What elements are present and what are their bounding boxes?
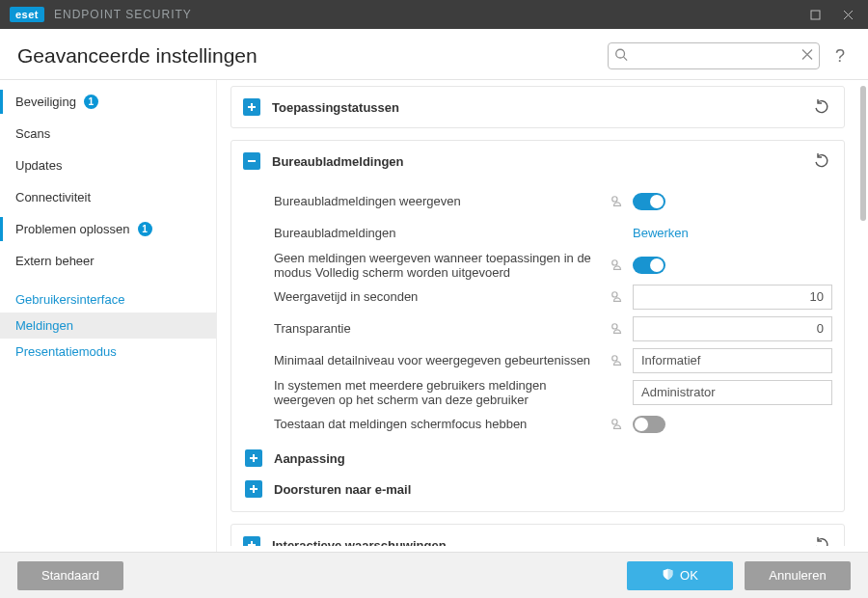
shield-icon xyxy=(662,568,674,584)
row-label: Geen meldingen weergeven wanneer toepass… xyxy=(274,251,602,280)
multiuser-input[interactable] xyxy=(633,380,832,405)
row-show-notifications: Bureaubladmeldingen weergeven xyxy=(274,185,832,217)
ok-button[interactable]: OK xyxy=(627,561,733,590)
panel-title: Interactieve waarschuwingen xyxy=(272,538,447,547)
revert-icon[interactable] xyxy=(811,96,832,118)
edit-link[interactable]: Bewerken xyxy=(633,226,689,240)
row-config-notifications: Bureaubladmeldingen Bewerken xyxy=(274,217,832,249)
collapse-icon xyxy=(243,152,260,170)
verbosity-select[interactable] xyxy=(633,348,832,373)
panel-title: Bureaubladmeldingen xyxy=(272,154,404,169)
policy-icon xyxy=(610,290,625,304)
clear-search-icon[interactable] xyxy=(801,49,813,64)
row-focus: Toestaan dat meldingen schermfocus hebbe… xyxy=(274,408,832,440)
default-button[interactable]: Standaard xyxy=(17,561,123,590)
sidebar-item-security[interactable]: Beveiliging 1 xyxy=(0,86,216,118)
row-fullscreen-suppress: Geen meldingen weergeven wanneer toepass… xyxy=(274,249,832,281)
help-button[interactable]: ? xyxy=(829,46,851,67)
sidebar-item-badge: 1 xyxy=(84,95,98,109)
duration-input[interactable] xyxy=(633,285,832,310)
panel-body-desktop: Bureaubladmeldingen weergeven Bureaublad… xyxy=(231,181,844,511)
panel-interactive-alerts: Interactieve waarschuwingen xyxy=(231,524,845,546)
expand-icon xyxy=(243,98,260,116)
row-label: In systemen met meerdere gebruikers meld… xyxy=(274,378,602,407)
panel-desktop-notifications: Bureaubladmeldingen Bureaubladmeldingen … xyxy=(231,140,845,512)
svg-point-3 xyxy=(612,259,617,264)
svg-point-2 xyxy=(612,196,617,201)
panel-app-statuses: Toepassingstatussen xyxy=(231,86,845,128)
policy-icon xyxy=(610,418,625,431)
product-name: ENDPOINT SECURITY xyxy=(54,8,192,21)
expand-icon xyxy=(243,536,260,546)
sidebar-item-label: Updates xyxy=(15,158,62,173)
row-duration: Weergavetijd in seconden xyxy=(274,281,832,313)
header: Geavanceerde instellingen ? xyxy=(0,29,868,79)
page-title: Geavanceerde instellingen xyxy=(17,44,258,68)
sidebar-item-label: Beveiliging xyxy=(15,95,76,109)
sidebar-item-remote-mgmt[interactable]: Extern beheer xyxy=(0,245,216,277)
revert-icon[interactable] xyxy=(811,150,832,172)
search-wrap xyxy=(608,42,820,69)
sidebar-item-troubleshoot[interactable]: Problemen oplossen 1 xyxy=(0,213,216,245)
sidebar-item-scans[interactable]: Scans xyxy=(0,118,216,150)
row-label: Transparantie xyxy=(274,321,602,336)
row-label: Toestaan dat meldingen schermfocus hebbe… xyxy=(274,417,602,431)
ok-label: OK xyxy=(680,568,698,583)
title-bar: eset ENDPOINT SECURITY xyxy=(0,0,868,29)
transparency-input[interactable] xyxy=(633,316,832,341)
sidebar-item-label: Extern beheer xyxy=(15,254,95,268)
main: Beveiliging 1 Scans Updates Connectivite… xyxy=(0,79,868,552)
svg-point-6 xyxy=(612,355,617,360)
panel-head-desktop[interactable]: Bureaubladmeldingen xyxy=(231,141,844,181)
maximize-button[interactable] xyxy=(799,0,831,29)
content-scroll: Toepassingstatussen Bureaubladmeldingen xyxy=(231,86,849,546)
svg-point-5 xyxy=(612,323,617,328)
expand-icon xyxy=(245,480,262,498)
subpanel-forward-email[interactable]: Doorsturen naar e-mail xyxy=(245,471,832,502)
scrollbar-thumb[interactable] xyxy=(860,86,866,221)
sidebar-sub-notifications[interactable]: Meldingen xyxy=(0,313,216,339)
footer: Standaard OK Annuleren xyxy=(0,552,868,598)
toggle-fullscreen-suppress[interactable] xyxy=(633,257,665,274)
panel-title: Toepassingstatussen xyxy=(272,100,399,115)
policy-icon xyxy=(610,322,625,336)
subpanel-title: Aanpassing xyxy=(274,451,345,466)
sidebar-item-updates[interactable]: Updates xyxy=(0,150,216,181)
row-label: Bureaubladmeldingen weergeven xyxy=(274,194,602,208)
subpanel-customization[interactable]: Aanpassing xyxy=(245,440,832,471)
cancel-button[interactable]: Annuleren xyxy=(745,561,851,590)
policy-icon xyxy=(610,354,625,367)
toggle-show-notifications[interactable] xyxy=(633,193,665,210)
revert-icon[interactable] xyxy=(811,534,832,546)
row-label: Bureaubladmeldingen xyxy=(274,226,602,240)
brand-badge: eset xyxy=(10,7,44,22)
svg-point-7 xyxy=(612,419,617,423)
sidebar-sub-presentation[interactable]: Presentatiemodus xyxy=(0,339,216,365)
row-verbosity: Minimaal detailniveau voor weergegeven g… xyxy=(274,344,832,376)
sidebar-item-badge: 1 xyxy=(138,222,152,236)
subpanel-title: Doorsturen naar e-mail xyxy=(274,482,411,497)
row-multiuser: In systemen met meerdere gebruikers meld… xyxy=(274,376,832,408)
toggle-focus[interactable] xyxy=(633,416,665,433)
close-button[interactable] xyxy=(831,0,864,29)
content: Toepassingstatussen Bureaubladmeldingen xyxy=(217,80,868,552)
svg-point-4 xyxy=(612,291,617,296)
panel-head-app-statuses[interactable]: Toepassingstatussen xyxy=(231,87,844,127)
sidebar-item-label: Scans xyxy=(15,126,50,141)
sidebar-item-label: Problemen oplossen xyxy=(15,222,130,236)
row-transparency: Transparantie xyxy=(274,313,832,344)
sidebar-item-label: Connectiviteit xyxy=(15,190,91,204)
sidebar-sub-ui[interactable]: Gebruikersinterface xyxy=(0,286,216,313)
row-label: Minimaal detailniveau voor weergegeven g… xyxy=(274,353,602,367)
expand-icon xyxy=(245,449,262,467)
sidebar: Beveiliging 1 Scans Updates Connectivite… xyxy=(0,80,217,552)
policy-icon xyxy=(610,258,625,272)
row-label: Weergavetijd in seconden xyxy=(274,289,602,304)
policy-icon xyxy=(610,195,625,208)
panel-head-interactive[interactable]: Interactieve waarschuwingen xyxy=(231,525,844,546)
sidebar-item-connectivity[interactable]: Connectiviteit xyxy=(0,181,216,213)
search-input[interactable] xyxy=(608,42,820,69)
svg-rect-0 xyxy=(811,11,820,19)
